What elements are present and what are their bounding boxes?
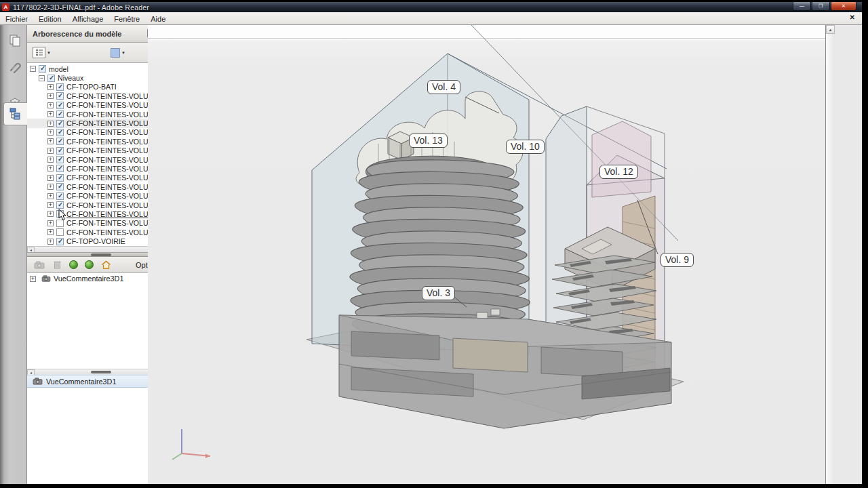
- visibility-checkbox[interactable]: [56, 120, 64, 127]
- expand-icon[interactable]: +: [47, 148, 54, 154]
- tree-item[interactable]: +CF-FON-TEINTES-VOLUME 7: [27, 191, 165, 200]
- volume-label-vol13: Vol. 13: [409, 134, 448, 148]
- visibility-checkbox[interactable]: [39, 65, 46, 73]
- volume-label-vol3: Vol. 3: [422, 286, 455, 300]
- expand-icon[interactable]: +: [47, 102, 54, 108]
- visibility-checkbox[interactable]: [56, 174, 64, 182]
- visibility-checkbox[interactable]: [56, 92, 64, 100]
- visibility-checkbox[interactable]: [56, 110, 64, 118]
- minimize-button[interactable]: —: [793, 2, 811, 11]
- tree-display-dropdown[interactable]: ▼: [33, 47, 51, 58]
- tree-item[interactable]: −model: [27, 64, 165, 73]
- tree-item[interactable]: +CF-FON-TEINTES-VOLUME 6: [27, 155, 165, 164]
- menu-fichier[interactable]: Fichier: [0, 15, 33, 23]
- tree-item[interactable]: +CF-FON-TEINTES-VOLUME 4: [27, 128, 165, 137]
- tree-item[interactable]: −Niveaux: [27, 73, 165, 82]
- expand-icon[interactable]: +: [47, 193, 54, 199]
- menu-fentre[interactable]: Fenêtre: [108, 15, 145, 23]
- tree-item[interactable]: +CF-TOPO-VOIRIE: [27, 237, 165, 245]
- page-thumbnails-icon[interactable]: [5, 30, 25, 51]
- expand-icon[interactable]: +: [47, 184, 54, 190]
- tree-item[interactable]: +CF-FON-TEINTES-VOLUME 1: [27, 219, 165, 228]
- expand-icon[interactable]: +: [47, 229, 54, 235]
- building-3d-model: [148, 25, 825, 484]
- delete-view-icon[interactable]: [52, 260, 62, 270]
- visibility-checkbox[interactable]: [47, 75, 55, 82]
- default-view-home-icon[interactable]: [100, 260, 111, 270]
- document-vertical-scrollbar[interactable]: ▲: [825, 25, 835, 484]
- visibility-checkbox[interactable]: [56, 147, 64, 155]
- adobe-reader-window: A 1177802-2-3D-FINAL.pdf - Adobe Reader …: [0, 2, 862, 484]
- expand-icon[interactable]: +: [30, 276, 36, 282]
- expand-icon[interactable]: +: [47, 84, 54, 90]
- expand-icon[interactable]: +: [47, 138, 54, 144]
- loop-animation-button[interactable]: [85, 260, 94, 269]
- visibility-checkbox[interactable]: [56, 238, 64, 245]
- model-tree-icon[interactable]: [3, 102, 27, 125]
- visibility-checkbox[interactable]: [56, 138, 64, 145]
- volume-label-vol10: Vol. 10: [506, 140, 545, 154]
- active-view-label: VueCommentaire3D1: [46, 378, 116, 386]
- expand-icon[interactable]: +: [47, 165, 54, 171]
- tree-item-label: CF-TOPO-VOIRIE: [66, 237, 125, 245]
- tree-item[interactable]: +CF-FON-TEINTES-VOLUME 11: [27, 164, 165, 173]
- expand-icon[interactable]: +: [47, 175, 54, 181]
- tree-item-label: CF-TOPO-BATI: [66, 83, 117, 91]
- color-dropdown[interactable]: ▼: [111, 48, 125, 58]
- visibility-checkbox[interactable]: [56, 156, 64, 163]
- 3d-model-canvas[interactable]: Vol. 4Vol. 13Vol. 10Vol. 12Vol. 9Vol. 3: [148, 25, 825, 484]
- expand-icon[interactable]: +: [47, 111, 54, 117]
- menu-aide[interactable]: Aide: [145, 15, 171, 23]
- close-button[interactable]: ✕: [831, 2, 856, 11]
- color-swatch-icon: [111, 48, 120, 58]
- document-area: Vol. 4Vol. 13Vol. 10Vol. 12Vol. 9Vol. 3 …: [148, 25, 835, 484]
- expand-icon[interactable]: +: [47, 129, 54, 136]
- camera-icon: [41, 275, 51, 282]
- collapse-icon[interactable]: −: [30, 66, 36, 72]
- visibility-checkbox[interactable]: [56, 102, 64, 109]
- menu-edition[interactable]: Edition: [33, 15, 67, 23]
- camera-view-icon[interactable]: [34, 260, 45, 270]
- tree-item[interactable]: +CF-FON-TEINTES-VOLUME 14: [27, 182, 165, 191]
- visibility-checkbox[interactable]: [56, 129, 64, 136]
- volume-label-vol12: Vol. 12: [599, 165, 638, 179]
- tree-item[interactable]: +CF-FON-TEINTES-VOLUME 15: [27, 110, 165, 119]
- collapse-icon[interactable]: −: [39, 75, 45, 81]
- visibility-checkbox[interactable]: [56, 183, 64, 190]
- tree-item[interactable]: +CF-FON-TEINTES-VOLUME 12: [27, 209, 165, 218]
- tree-item[interactable]: +CF-FON-TEINTES-VOLUME 16: [27, 101, 165, 110]
- menu-bar: FichierEditionAffichageFenêtreAide ✕: [0, 12, 862, 25]
- window-title: 1177802-2-3D-FINAL.pdf - Adobe Reader: [13, 3, 149, 12]
- visibility-checkbox[interactable]: [56, 165, 64, 172]
- expand-icon[interactable]: +: [47, 157, 54, 163]
- expand-icon[interactable]: +: [47, 93, 54, 99]
- play-animation-button[interactable]: [69, 260, 78, 269]
- list-icon: [35, 49, 43, 56]
- visibility-checkbox[interactable]: [56, 83, 64, 91]
- tree-item[interactable]: +CF-FON-TEINTES-VOLUME 9: [27, 174, 165, 182]
- tree-item[interactable]: +CF-FON-TEINTES-VOLUME 3: [27, 92, 165, 100]
- tree-item[interactable]: +CF-FON-TEINTES-VOLUME 13: [27, 137, 165, 146]
- visibility-checkbox[interactable]: [56, 192, 64, 200]
- tree-item[interactable]: +CF-FON-TEINTES-VOLUME 2: [27, 146, 165, 155]
- tree-item[interactable]: +CF-FON-TEINTES-VOLUME 10: [27, 201, 165, 209]
- expand-icon[interactable]: +: [47, 202, 54, 208]
- expand-icon[interactable]: +: [47, 211, 54, 217]
- visibility-checkbox[interactable]: [56, 201, 64, 209]
- attachments-icon[interactable]: [5, 58, 25, 78]
- expand-icon[interactable]: +: [47, 121, 54, 127]
- scroll-up-icon[interactable]: ▲: [826, 25, 835, 34]
- maximize-button[interactable]: ❐: [812, 2, 830, 11]
- close-document-button[interactable]: ✕: [850, 14, 855, 21]
- expand-icon[interactable]: +: [47, 239, 54, 245]
- menu-affichage[interactable]: Affichage: [67, 15, 109, 23]
- volume-label-vol4: Vol. 4: [427, 80, 460, 94]
- view-label: VueCommentaire3D1: [54, 274, 123, 283]
- expand-icon[interactable]: +: [47, 220, 54, 226]
- tree-item[interactable]: +CF-FON-TEINTES-VOLUME 5: [27, 119, 165, 127]
- tree-item[interactable]: +CF-TOPO-BATI: [27, 83, 165, 92]
- adobe-reader-app-icon: A: [2, 3, 9, 11]
- visibility-checkbox[interactable]: [56, 228, 64, 236]
- title-bar[interactable]: A 1177802-2-3D-FINAL.pdf - Adobe Reader …: [0, 2, 862, 12]
- tree-item[interactable]: +CF-FON-TEINTES-VOLUME 8: [27, 228, 165, 237]
